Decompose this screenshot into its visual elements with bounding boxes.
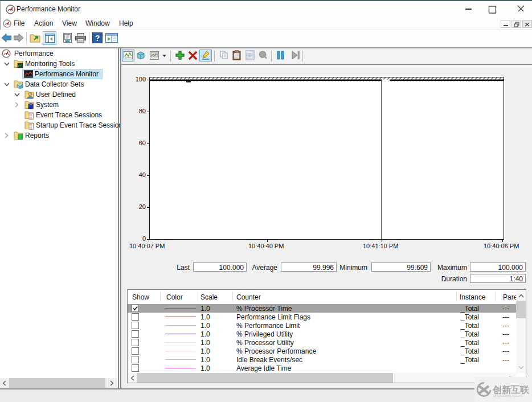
svg-text:01: 01 xyxy=(30,117,33,120)
svg-text:01: 01 xyxy=(30,127,33,130)
svg-text:CHUANGXIN HULIAN: CHUANGXIN HULIAN xyxy=(493,394,523,397)
svg-text:创新互联: 创新互联 xyxy=(492,385,530,395)
